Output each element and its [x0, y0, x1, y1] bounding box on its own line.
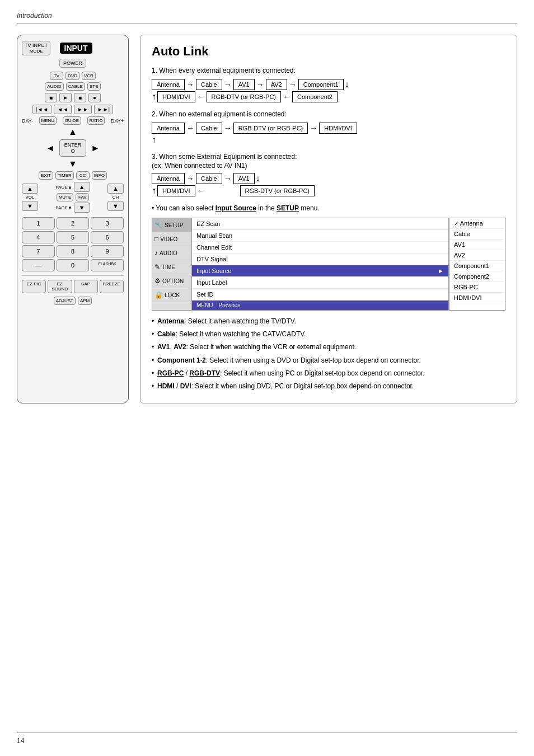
sidebar-setup: 🔧 SETUP	[152, 218, 191, 232]
page-up-label: PAGE▲	[55, 185, 72, 190]
diag3-antenna: Antenna	[152, 173, 185, 184]
mode-label: MODE	[25, 49, 48, 54]
ff-button[interactable]: ►►	[74, 105, 92, 114]
sidebar-time: ✎ TIME	[152, 260, 191, 274]
apm-button[interactable]: APM	[78, 297, 92, 305]
dash-button[interactable]: —	[22, 259, 55, 271]
option-av2[interactable]: AV2	[449, 250, 505, 261]
ez-sound-button[interactable]: EZ SOUND	[48, 280, 72, 293]
dvd-button[interactable]: DVD	[65, 72, 79, 80]
num6-button[interactable]: 6	[91, 231, 124, 243]
day-minus-label: DAY-	[22, 118, 33, 124]
nav-down-button[interactable]: ▼	[68, 159, 77, 169]
audio-label: AUDIO	[160, 250, 177, 256]
diag1-antenna: Antenna	[152, 79, 185, 90]
vcr-button[interactable]: VCR	[82, 72, 96, 80]
ch-down-button[interactable]: ▼	[107, 201, 124, 211]
stb-button[interactable]: STB	[87, 82, 101, 91]
page-down-button[interactable]: ▼	[74, 203, 90, 213]
audio-button[interactable]: AUDIO	[45, 82, 63, 91]
fav-button[interactable]: FAV	[76, 193, 89, 201]
tv-input-button[interactable]: TV INPUT MODE	[22, 41, 50, 55]
setup-main-menu: EZ Scan Manual Scan Channel Edit DTV Sig…	[191, 218, 449, 310]
sap-button[interactable]: SAP	[74, 280, 98, 293]
timer-button[interactable]: TIMER	[55, 171, 74, 180]
prev-button[interactable]: |◄◄	[32, 105, 51, 114]
page-number: 14	[17, 737, 24, 745]
adjust-button[interactable]: ADJUST	[54, 297, 76, 305]
diag2-arrow3: →	[310, 124, 317, 133]
num3-button[interactable]: 3	[91, 217, 124, 229]
exit-button[interactable]: EXIT	[39, 171, 53, 180]
power-button[interactable]: POWER	[59, 59, 86, 68]
num9-button[interactable]: 9	[91, 245, 124, 257]
vol-down-button[interactable]: ▼	[22, 201, 38, 211]
next-button[interactable]: ►►|	[94, 105, 113, 114]
also-select-text: • You can also select Input Source in th…	[152, 204, 505, 212]
menu-input-label: Input Label	[192, 277, 448, 289]
option-av1[interactable]: AV1	[449, 240, 505, 250]
nav-left-button[interactable]: ◄	[46, 143, 55, 153]
option-rgb-pc[interactable]: RGB-PC	[449, 282, 505, 293]
bullet-hdmi: HDMI / DVI: Select it when using DVD, PC…	[152, 381, 505, 392]
menu-set-id: Set ID	[192, 289, 448, 300]
num0-button[interactable]: 0	[57, 259, 90, 271]
num1-button[interactable]: 1	[22, 217, 55, 229]
menu-input-source[interactable]: Input Source►	[192, 265, 448, 277]
ez-pic-button[interactable]: EZ PIC	[22, 280, 46, 293]
nav-right-button[interactable]: ►	[91, 143, 100, 153]
input-badge: INPUT	[60, 43, 92, 54]
num5-button[interactable]: 5	[57, 231, 90, 243]
diag1-arrow4: →	[289, 80, 297, 89]
ratio-button[interactable]: RATIO	[87, 116, 105, 125]
video-label: VIDEO	[160, 236, 177, 242]
option-component1[interactable]: Component1	[449, 261, 505, 271]
cable-button[interactable]: CABLE	[66, 82, 85, 91]
enter-button[interactable]: ENTER ⊙	[59, 139, 87, 157]
breadcrumb: Introduction	[17, 12, 52, 20]
diag1-down-arrow: ↓	[345, 79, 349, 90]
flashbk-button[interactable]: FLASHBK	[91, 259, 124, 271]
option-component2[interactable]: Component2	[449, 271, 505, 282]
rec-button[interactable]: ●	[88, 93, 101, 102]
bullet-component: Component 1·2: Select it when using a DV…	[152, 355, 505, 366]
diag1-av1: AV1	[233, 79, 255, 90]
page-up-button[interactable]: ▲	[74, 182, 90, 192]
nav-up-button[interactable]: ▲	[68, 127, 77, 137]
bullet-av: AV1, AV2: Select it when watching the VC…	[152, 342, 505, 353]
diag1-av2: AV2	[266, 79, 287, 90]
diagram3: Antenna → Cable → AV1 ↓ ↑ HDMI/DVI ← RGB…	[152, 173, 505, 196]
diag3-arrow1: →	[186, 174, 194, 183]
menu-channel-edit: Channel Edit	[192, 242, 448, 253]
option-hdmi-dvi[interactable]: HDMI/DVI	[449, 293, 505, 303]
pause-button[interactable]: ■	[74, 93, 86, 102]
mute-button[interactable]: MUTE	[57, 193, 74, 201]
stop-button[interactable]: ■	[45, 93, 57, 102]
num4-button[interactable]: 4	[22, 231, 55, 243]
rewind-button[interactable]: ◄◄	[54, 105, 72, 114]
ch-up-button[interactable]: ▲	[107, 184, 124, 194]
tv-button[interactable]: TV	[50, 72, 63, 80]
vol-control: ▲ VOL ▼	[22, 184, 38, 211]
tv-input-label: TV INPUT	[25, 43, 48, 49]
option-antenna[interactable]: Antenna	[449, 218, 505, 229]
option-cable[interactable]: Cable	[449, 229, 505, 240]
page-footer: 14	[17, 732, 517, 745]
bullet-cable: Cable: Select it when watching the CATV/…	[152, 329, 505, 340]
diag3-down-arrow: ↓	[256, 173, 260, 184]
num2-button[interactable]: 2	[57, 217, 90, 229]
freeze-button[interactable]: FREEZE	[100, 280, 124, 293]
menu-button[interactable]: MENU	[39, 116, 57, 125]
ch-label: CH	[113, 195, 119, 200]
play-button[interactable]: ►	[59, 93, 72, 102]
num7-button[interactable]: 7	[22, 245, 55, 257]
info-button[interactable]: INFO	[92, 171, 107, 180]
video-icon: □	[154, 235, 158, 243]
diag2-hdmi: HDMI/DVI	[319, 123, 357, 134]
option-label: OPTION	[162, 278, 184, 284]
diag1-arrow6: ←	[283, 92, 291, 101]
cc-button[interactable]: CC	[76, 171, 90, 180]
num8-button[interactable]: 8	[57, 245, 90, 257]
guide-button[interactable]: GUIDE	[63, 116, 81, 125]
vol-up-button[interactable]: ▲	[22, 184, 38, 194]
